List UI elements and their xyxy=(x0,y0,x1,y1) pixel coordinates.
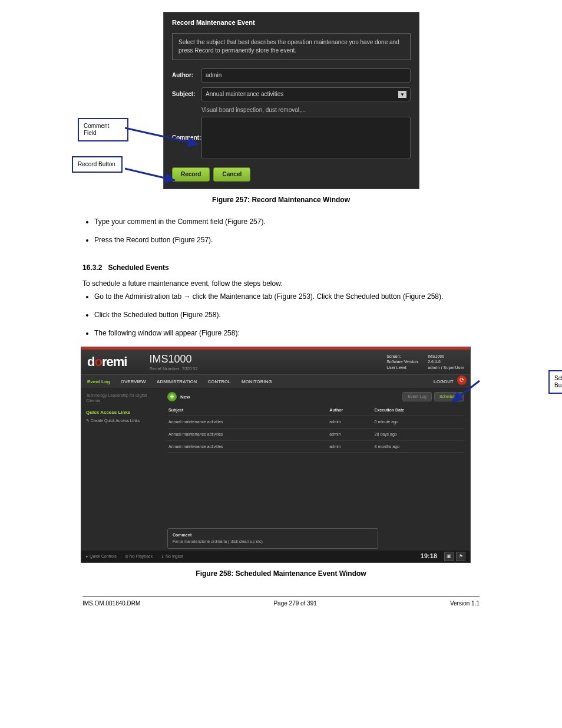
footer-page: Page 279 of 391 xyxy=(273,599,316,608)
tab-administration[interactable]: ADMINISTRATION xyxy=(157,378,197,385)
chevron-down-icon[interactable]: ▼ xyxy=(398,91,406,98)
section-intro: To schedule a future maintenance event, … xyxy=(82,279,480,289)
section-heading: 16.3.2 Scheduled Events xyxy=(82,263,480,273)
create-quick-access-link[interactable]: ✎ Create Quick Access Links xyxy=(86,418,157,424)
header-meta: Screen:IMS1000 Software Version:2.6.4-0 … xyxy=(386,354,464,370)
tab-overview[interactable]: OVERVIEW xyxy=(121,378,146,385)
cancel-button[interactable]: Cancel xyxy=(213,167,250,182)
record-button[interactable]: Record xyxy=(172,167,210,182)
table-row[interactable]: Annual maintenance activitiesadmin28 day… xyxy=(167,428,464,440)
doremi-logo: doremi xyxy=(87,354,127,369)
col-subject[interactable]: Subject xyxy=(167,405,328,416)
serial-number: Serial Number: 332132 xyxy=(149,365,197,372)
page-footer: IMS.OM.001840.DRM Page 279 of 391 Versio… xyxy=(82,597,480,608)
tab-control[interactable]: CONTROL xyxy=(207,378,231,385)
col-author[interactable]: Author xyxy=(328,405,373,416)
figure-257-caption: Figure 257: Record Maintenance Window xyxy=(0,195,562,205)
step-record: Press the Record button (Figure 257). xyxy=(94,235,480,245)
tab-monitoring[interactable]: MONITORING xyxy=(242,378,272,385)
toggle-scheduled[interactable]: Scheduled xyxy=(434,392,464,401)
comment-textarea[interactable] xyxy=(201,117,411,159)
step-comment: Type your comment in the Comment field (… xyxy=(94,217,480,227)
product-name: IMS1000 xyxy=(149,352,197,367)
comment-panel: Comment Fai la manutenzione ordinaria ( … xyxy=(167,528,378,549)
status-ingest: ⤓ No Ingest xyxy=(161,554,183,559)
step-goto-admin: Go to the Administration tab → click the… xyxy=(94,292,480,302)
col-date[interactable]: Execution Date xyxy=(373,405,464,416)
comment-body: Fai la manutenzione ordinaria ( disk cle… xyxy=(173,539,373,545)
subject-hint: Visual board inspection, dust removal,..… xyxy=(201,106,411,114)
dialog-instruction: Select the subject that best describes t… xyxy=(172,33,411,60)
step-window-appears: The following window will appear (Figure… xyxy=(94,328,480,338)
tab-event-log[interactable]: Event Log xyxy=(87,378,110,385)
status-time: 19:18 xyxy=(421,552,437,561)
dialog-title: Record Maintenance Event xyxy=(172,18,411,27)
figure-258-caption: Figure 258: Scheduled Maintenance Event … xyxy=(0,569,562,579)
events-table: Subject Author Execution Date Annual mai… xyxy=(167,405,464,453)
status-quick-controls[interactable]: ▸ Quick Controls xyxy=(86,554,117,559)
table-row[interactable]: Annual maintenance activitiesadmin0 minu… xyxy=(167,416,464,428)
new-button[interactable]: New xyxy=(180,394,190,400)
callout-record-button: Record Button xyxy=(72,156,123,173)
comment-label: Comment: xyxy=(172,134,201,142)
logout-link[interactable]: LOGOUT xyxy=(434,378,454,385)
callout-scheduled-button: Scheduled Button xyxy=(548,370,562,394)
refresh-icon[interactable]: ⟳ xyxy=(457,375,467,385)
record-maintenance-dialog: Record Maintenance Event Select the subj… xyxy=(163,12,419,189)
ims1000-app-window: doremi IMS1000 Serial Number: 332132 Scr… xyxy=(81,347,471,563)
status-icon-1[interactable]: ▣ xyxy=(444,552,454,561)
author-field[interactable]: admin xyxy=(201,68,411,83)
callout-comment-field: Comment Field xyxy=(78,118,128,141)
subject-dropdown[interactable]: Annual maintenance activities ▼ xyxy=(201,87,411,101)
status-playback: ⊘ No Playback xyxy=(125,554,153,559)
subject-label: Subject: xyxy=(172,90,201,98)
footer-version: Version 1.1 xyxy=(450,599,480,608)
step-click-scheduled: Click the Scheduled button (Figure 258). xyxy=(94,310,480,320)
table-row[interactable]: Annual maintenance activitiesadmin8 mont… xyxy=(167,440,464,453)
toggle-event-log[interactable]: Event Log xyxy=(402,392,432,401)
add-icon[interactable]: + xyxy=(167,392,177,401)
tagline: Technology Leadership for Digital Cinema xyxy=(86,393,157,403)
author-label: Author: xyxy=(172,71,201,80)
footer-doc-id: IMS.OM.001840.DRM xyxy=(82,599,140,608)
quick-access-heading: Quick Access Links xyxy=(86,409,157,416)
status-icon-2[interactable]: ⚑ xyxy=(456,552,465,561)
comment-title: Comment xyxy=(173,532,373,538)
